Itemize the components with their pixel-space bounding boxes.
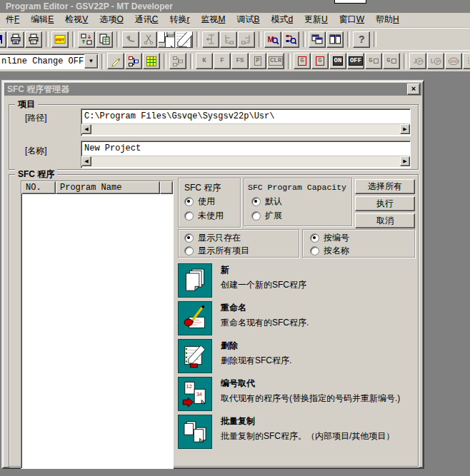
list-header-blank[interactable] (160, 181, 173, 194)
menu-item-O[interactable]: 选项O (94, 12, 129, 28)
list-header-NO.[interactable]: NO. (21, 181, 56, 194)
menu-item-r[interactable]: 转换r (164, 12, 195, 28)
path-field[interactable]: C:\Program Files\Gsvqe\Sysgsv22p\Usr\ ◀ … (81, 108, 411, 136)
program-list-button[interactable] (143, 53, 160, 69)
radio-dot[interactable] (310, 246, 319, 255)
name-field[interactable]: New Project ◀ ▶ (81, 141, 411, 168)
project-batch-button[interactable] (96, 31, 113, 48)
action-rename-icon[interactable] (178, 301, 212, 335)
print-preview-button[interactable]: V (25, 31, 42, 48)
radio-dot[interactable] (310, 233, 319, 243)
radio-program_radio-1[interactable]: 未使用 (184, 210, 224, 222)
radio-dot[interactable] (184, 197, 194, 206)
print-button[interactable]: W (7, 31, 24, 48)
edit-mode-button[interactable] (107, 53, 124, 69)
copy-button[interactable] (158, 31, 175, 48)
menu-item-W[interactable]: 窗口W (334, 12, 370, 28)
menu-item-d[interactable]: 模式d (265, 12, 299, 28)
dialog-titlebar[interactable]: SFC 程序管理器 × (4, 83, 421, 96)
insert-branch-button[interactable] (220, 31, 237, 48)
scroll-right-icon[interactable]: ▶ (400, 124, 410, 134)
scroll-left-icon[interactable]: ◀ (81, 124, 91, 134)
scroll-right-icon[interactable]: ▶ (400, 156, 410, 166)
select-all-button[interactable]: 选择所有 (355, 179, 415, 194)
radio-display_radio-1[interactable]: 显示所有项目 (184, 245, 249, 257)
radio-dot[interactable] (251, 197, 261, 206)
execute-button[interactable]: 执行 (355, 196, 415, 211)
end-step-button[interactable]: END (445, 53, 462, 69)
radio-capacity_radio-0[interactable]: 默认 (251, 196, 282, 208)
printer-setup-button[interactable]: PRT (51, 31, 69, 48)
radio-sort_radio-1[interactable]: 按名称 (310, 245, 349, 257)
print2-icon: V (28, 34, 39, 45)
on-button[interactable]: ON (329, 53, 346, 69)
radio-dot[interactable] (184, 211, 194, 221)
undo-button[interactable] (122, 31, 139, 48)
menu-item-U[interactable]: 更新U (299, 12, 334, 28)
low-p-button[interactable]: P (409, 53, 426, 69)
clr-command-button[interactable]: CLR (267, 53, 284, 69)
menu-item-B[interactable]: 调试B (231, 12, 265, 28)
save-button[interactable] (0, 31, 6, 48)
monitorT-icon (285, 34, 296, 45)
list-header-Program Name[interactable]: Program Name (56, 181, 160, 194)
insert-step-button[interactable] (202, 31, 219, 48)
g-sub2-button[interactable]: G (383, 53, 400, 69)
g-sub1-button[interactable]: G (365, 53, 382, 69)
menu-item-H[interactable]: 帮助H (370, 12, 405, 28)
help-button[interactable]: ? (353, 31, 370, 48)
path-label: [路径] (25, 112, 47, 124)
structure-view-button[interactable] (169, 53, 186, 69)
off-button[interactable]: OFF (347, 53, 364, 69)
k-command-button[interactable]: K (196, 53, 213, 69)
online-change-combobox[interactable]: nline Change OFF ▼ (0, 54, 99, 69)
g2-label-button[interactable]: G (311, 53, 329, 69)
scroll-track[interactable] (91, 156, 400, 167)
action-renumber-icon[interactable]: 1234 (178, 377, 212, 411)
monitor-setup-button[interactable] (282, 31, 299, 48)
scroll-track[interactable] (91, 124, 400, 135)
radio-dot[interactable] (251, 211, 261, 221)
p-command-button[interactable]: P (249, 53, 266, 69)
window-titlebar[interactable]: Program Editor - GSV22P - MT Developer (0, 0, 470, 13)
radio-capacity_radio-1[interactable]: 扩展 (251, 210, 282, 222)
path-scrollbar[interactable]: ◀ ▶ (81, 123, 410, 135)
action-delete-icon[interactable] (178, 339, 212, 373)
radio-program_radio-0[interactable]: 使用 (184, 196, 215, 208)
delete-button[interactable] (176, 31, 193, 48)
name-scrollbar[interactable]: ◀ ▶ (81, 156, 410, 167)
menu-item-V[interactable]: 检视V (59, 12, 94, 28)
radio-dot[interactable] (184, 233, 194, 243)
radio-label: 使用 (198, 196, 215, 208)
sfc-diagram-button[interactable] (125, 53, 142, 69)
jump-button[interactable] (463, 53, 470, 69)
menu-item-M[interactable]: 监视M (195, 12, 231, 28)
path-value[interactable]: C:\Program Files\Gsvqe\Sysgsv22p\Usr\ (81, 109, 410, 123)
scroll-left-icon[interactable]: ◀ (81, 156, 91, 166)
chevron-down-icon[interactable]: ▼ (84, 54, 98, 69)
high-p-button[interactable]: P (427, 53, 444, 69)
menu-item-C[interactable]: 通讯C (129, 12, 164, 28)
radio-display_radio-0[interactable]: 显示只存在 (184, 232, 241, 244)
g-label-button[interactable]: G (294, 53, 311, 69)
window-tile-button[interactable] (326, 31, 344, 48)
svg-text:34: 34 (196, 391, 202, 397)
radio-dot[interactable] (184, 246, 194, 255)
window-cascade-button[interactable] (309, 31, 326, 48)
cut-button[interactable] (140, 31, 157, 48)
menu-item-F[interactable]: 件F (0, 12, 25, 28)
menu-item-E[interactable]: 编辑E (25, 12, 59, 28)
radio-sort_radio-0[interactable]: 按编号 (310, 232, 349, 244)
name-value[interactable]: New Project (81, 141, 410, 156)
action-new-icon[interactable] (178, 263, 212, 298)
f-command-button[interactable]: F (214, 53, 231, 69)
cancel-button[interactable]: 取消 (355, 213, 415, 228)
program-listbox[interactable]: NO.Program Name (21, 181, 174, 469)
fs-command-button[interactable]: FS (231, 53, 249, 69)
action-batch-copy-desc: 批量复制的SFC程序。（内部项目/其他项目） (221, 430, 412, 442)
close-icon[interactable]: × (407, 83, 420, 95)
merge-branch-button[interactable] (238, 31, 255, 48)
transfer-setup-button[interactable] (78, 31, 95, 48)
monitor-mode-button[interactable]: M (264, 31, 281, 48)
action-batch-copy-icon[interactable] (178, 415, 212, 449)
